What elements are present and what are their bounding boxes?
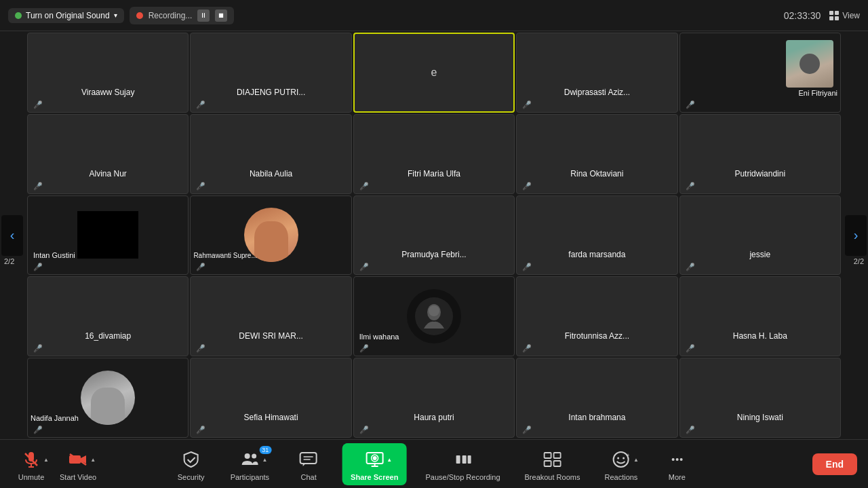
participant-name: jessie: [749, 250, 770, 259]
mute-icon: 🎤: [33, 263, 43, 271]
svg-point-18: [372, 456, 376, 460]
more-button[interactable]: More: [656, 445, 697, 484]
svg-rect-0: [829, 11, 833, 15]
video-cell-fitrotunnisa: Fitrotunnisa Azz... 🎤: [516, 276, 677, 356]
mute-icon: 🎤: [686, 426, 695, 434]
video-grid: Viraaww Sujay 🎤 DIAJENG PUTRI... 🎤 e Dwi…: [0, 31, 868, 439]
svg-point-31: [623, 457, 625, 459]
video-cell-rina: Rina Oktaviani 🎤: [516, 114, 677, 194]
video-cell-fitri: Fitri Maria Ulfa 🎤: [353, 114, 515, 194]
start-video-label: Start Video: [60, 473, 96, 481]
prev-page-button[interactable]: ‹: [1, 215, 23, 256]
mute-icon: 🎤: [196, 263, 205, 271]
chat-button[interactable]: Chat: [288, 445, 329, 484]
meeting-timer: 02:33:30: [784, 10, 821, 21]
svg-point-33: [671, 458, 674, 461]
top-bar: Turn on Original Sound ▾ Recording... ⏸ …: [0, 0, 868, 31]
reactions-button[interactable]: + ▲ Reactions: [599, 445, 643, 484]
svg-text:+: +: [627, 452, 630, 458]
security-label: Security: [178, 473, 205, 481]
sound-button[interactable]: Turn on Original Sound ▾: [8, 8, 124, 23]
more-label: More: [669, 473, 686, 481]
more-icon-wrap: [665, 447, 689, 472]
mute-icon: 🎤: [522, 263, 532, 271]
start-video-button[interactable]: ▲ Start Video: [54, 445, 102, 484]
video-cell-diajeng: DIAJENG PUTRI... 🎤: [190, 33, 351, 113]
participant-name: Intan Gustini: [33, 251, 75, 259]
participant-name: DIAJENG PUTRI...: [237, 88, 305, 97]
participant-name: Hasna H. Laba: [733, 331, 787, 341]
svg-rect-3: [835, 16, 839, 20]
recording-dot: [136, 12, 143, 19]
participant-name: farda marsanda: [568, 250, 625, 259]
end-meeting-button[interactable]: End: [812, 453, 857, 475]
next-page-button[interactable]: ›: [845, 215, 867, 256]
reactions-icon-wrap: + ▲: [609, 447, 633, 472]
video-cell-intan-brahmana: Intan brahmana 🎤: [516, 358, 677, 438]
svg-rect-14: [300, 453, 317, 464]
mute-icon: 🎤: [33, 426, 43, 434]
mute-icon: 🎤: [33, 182, 43, 191]
stop-recording-button[interactable]: ⏹: [215, 10, 227, 22]
mute-icon: 🎤: [359, 344, 369, 353]
mute-icon: 🎤: [33, 100, 43, 109]
participant-name: Nining Iswati: [737, 413, 783, 422]
svg-rect-23: [462, 455, 466, 464]
participant-video: [77, 211, 138, 259]
sound-label: Turn on Original Sound: [26, 11, 110, 20]
chevron-down-icon: ▾: [114, 12, 117, 19]
svg-rect-2: [829, 16, 833, 20]
svg-point-34: [675, 458, 678, 461]
video-cell-farda: farda marsanda 🎤: [516, 195, 677, 276]
participant-name: Nabila Aulia: [250, 169, 292, 179]
participant-name: Eni Fitriyani: [799, 89, 837, 97]
top-left-controls: Turn on Original Sound ▾ Recording... ⏸ …: [8, 7, 234, 24]
participant-name: Fitrotunnisa Azz...: [565, 331, 629, 341]
svg-point-6: [429, 305, 439, 316]
chevron-icon: ▲: [90, 456, 96, 462]
main-video-area: ‹ 2/2 › 2/2 Viraaww Sujay 🎤 DIAJENG PUTR…: [0, 31, 868, 439]
video-cell-sefia: Sefia Himawati 🎤: [190, 358, 351, 438]
shield-icon: [182, 450, 201, 469]
share-screen-button[interactable]: ▲ Share Screen: [342, 443, 406, 485]
center-controls: Security 31 ▲ Participants: [171, 443, 698, 485]
video-cell-viraaww: Viraaww Sujay 🎤: [27, 33, 189, 113]
participant-name: DEWI SRI MAR...: [239, 331, 303, 341]
video-cell-nining: Nining Iswati 🎤: [679, 358, 841, 438]
pause-recording-button[interactable]: ⏸: [197, 10, 210, 22]
chevron-icon: ▲: [387, 456, 392, 462]
participant-name: Fitri Maria Ulfa: [408, 169, 460, 179]
video-cell-e: e: [353, 33, 515, 113]
chat-bubble-icon: [299, 450, 318, 469]
top-right-controls: 02:33:30 View: [784, 10, 860, 21]
participants-button[interactable]: 31 ▲ Participants: [225, 445, 275, 484]
more-dots-icon: [667, 450, 686, 469]
chevron-icon: ▲: [262, 456, 267, 462]
mute-icon: 🎤: [522, 100, 532, 109]
video-cell-nadifa: Nadifa Jannah 🎤: [27, 358, 189, 438]
mute-icon: 🎤: [522, 182, 532, 191]
breakout-rooms-icon-wrap: [540, 447, 564, 472]
pause-stop-icon: [453, 450, 472, 469]
pause-stop-recording-button[interactable]: Pause/Stop Recording: [420, 445, 505, 484]
share-screen-label: Share Screen: [351, 473, 398, 481]
right-controls: End: [812, 453, 857, 475]
breakout-rooms-button[interactable]: Breakout Rooms: [519, 445, 586, 484]
view-button[interactable]: View: [829, 10, 860, 21]
recording-indicator: Recording... ⏸ ⏹: [130, 7, 235, 24]
svg-point-13: [252, 453, 256, 458]
svg-rect-28: [553, 461, 560, 466]
page-indicator-right: 2/2: [854, 257, 864, 265]
video-cell-nabila: Nabila Aulia 🎤: [190, 114, 351, 194]
svg-point-35: [679, 458, 682, 461]
security-button[interactable]: Security: [171, 445, 212, 484]
share-screen-icon: [365, 450, 384, 469]
video-cell-haura: Haura putri 🎤: [353, 358, 515, 438]
unmute-button[interactable]: ▲ Unmute: [11, 445, 52, 484]
chevron-icon: ▲: [43, 456, 49, 462]
video-cell-hasna: Hasna H. Laba 🎤: [679, 276, 841, 356]
participant-name: Putridwiandini: [734, 169, 785, 179]
mute-icon: 🎤: [686, 100, 695, 109]
participant-name: Haura putri: [414, 413, 454, 422]
mute-icon: 🎤: [196, 344, 205, 353]
